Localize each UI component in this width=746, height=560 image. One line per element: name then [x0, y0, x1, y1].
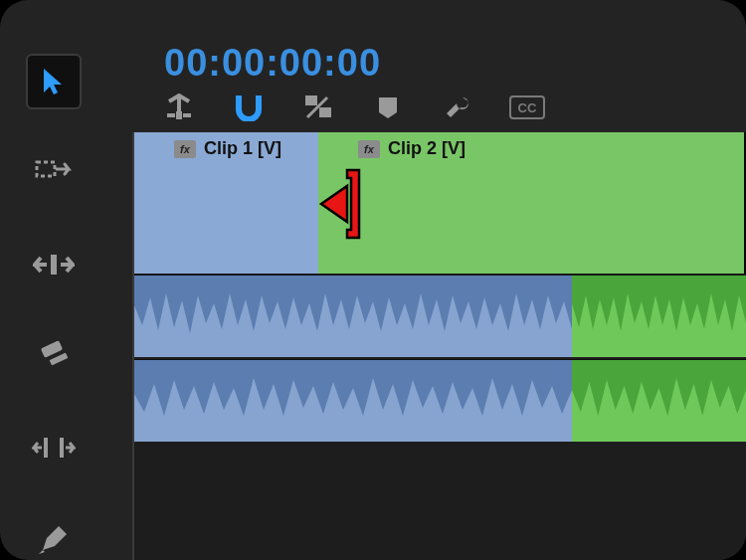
svg-rect-2 [41, 340, 63, 358]
snap-toggle[interactable] [229, 92, 269, 123]
marker-icon [375, 94, 401, 120]
clip-label: Clip 2 [V] [388, 138, 466, 159]
fx-badge-icon: fx [358, 140, 380, 158]
svg-rect-6 [176, 111, 182, 119]
ripple-edit-icon [33, 252, 75, 278]
selection-tool[interactable] [28, 56, 80, 107]
ripple-edit-tool[interactable] [28, 239, 80, 290]
audio-track-a2[interactable] [134, 359, 746, 442]
clip-header: fx Clip 1 [V] [174, 138, 281, 159]
svg-text:CC: CC [518, 100, 537, 115]
pen-icon [37, 522, 71, 556]
cursor-arrow-icon [38, 66, 70, 97]
video-clip-2[interactable]: fx Clip 2 [V] [318, 132, 746, 274]
svg-rect-7 [236, 95, 242, 101]
track-select-forward-tool[interactable] [28, 147, 80, 199]
waveform-icon [572, 360, 746, 442]
wrench-icon [443, 93, 472, 121]
insert-overwrite-toggle[interactable] [159, 92, 199, 123]
waveform-icon [134, 360, 572, 442]
slip-icon [32, 436, 76, 460]
audio-clip[interactable] [134, 360, 572, 442]
video-track-v1[interactable]: fx Clip 1 [V] fx Clip 2 [V] [134, 132, 746, 276]
waveform-icon [572, 276, 746, 357]
linked-selection-icon [303, 93, 333, 121]
captions-toggle[interactable]: CC [507, 92, 547, 123]
razor-icon [36, 338, 72, 374]
add-marker[interactable] [368, 92, 408, 123]
fx-badge-icon: fx [174, 140, 196, 158]
svg-rect-9 [305, 95, 317, 105]
svg-rect-0 [37, 162, 55, 176]
timecode-display[interactable]: 00:00:00:00 [164, 42, 381, 85]
magnet-icon [233, 93, 265, 121]
waveform-icon [134, 276, 572, 357]
svg-rect-3 [50, 352, 69, 365]
premiere-timeline-panel: 00:00:00:00 [0, 0, 746, 560]
slip-tool[interactable] [28, 422, 80, 473]
audio-clip[interactable] [572, 276, 746, 357]
clip-header: fx Clip 2 [V] [358, 138, 466, 159]
timeline-area[interactable]: fx Clip 1 [V] fx Clip 2 [V] [132, 132, 746, 560]
track-select-icon [35, 158, 73, 188]
svg-rect-1 [51, 255, 57, 275]
tool-rail [22, 56, 86, 560]
svg-rect-10 [319, 107, 331, 117]
svg-rect-8 [256, 95, 262, 101]
timeline-settings[interactable] [438, 92, 477, 123]
video-clip-1[interactable]: fx Clip 1 [V] [134, 132, 320, 274]
razor-tool[interactable] [28, 330, 80, 382]
timeline-empty-area[interactable] [134, 443, 746, 560]
pen-tool[interactable] [28, 513, 80, 560]
timeline-options-row: CC [159, 92, 547, 123]
linked-selection-toggle[interactable] [298, 92, 338, 123]
svg-rect-4 [44, 438, 48, 458]
clip-label: Clip 1 [V] [204, 138, 281, 159]
insert-indicator-icon [163, 93, 195, 121]
audio-clip[interactable] [134, 276, 572, 357]
svg-rect-5 [60, 438, 64, 458]
audio-clip[interactable] [572, 360, 746, 442]
cc-icon: CC [509, 95, 545, 119]
audio-track-a1[interactable] [134, 276, 746, 357]
